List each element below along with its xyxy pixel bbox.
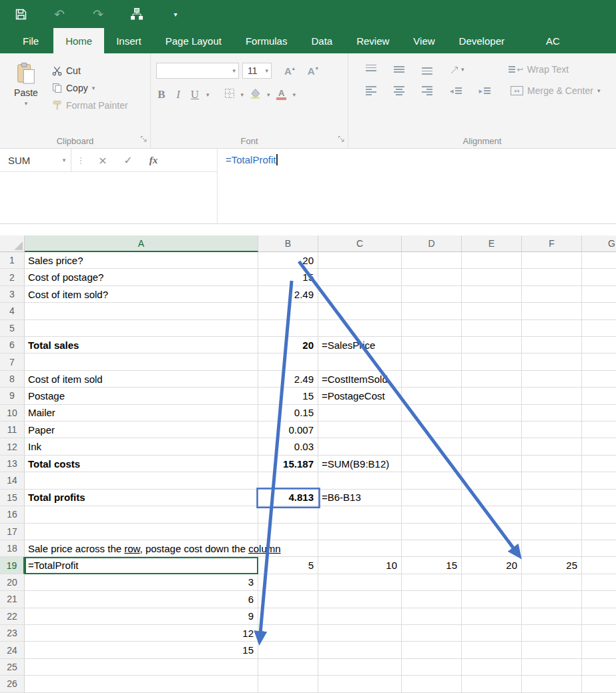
bold-button[interactable]: B — [156, 88, 167, 101]
cell-B20[interactable] — [258, 574, 318, 591]
cell-E7[interactable] — [462, 354, 522, 370]
tab-insert[interactable]: Insert — [104, 28, 153, 53]
row-header-11[interactable]: 11 — [0, 422, 25, 438]
cell-D4[interactable] — [402, 303, 462, 319]
cell-A18[interactable]: Sale price across the row, postage cost … — [25, 540, 258, 557]
cell-G2[interactable] — [582, 269, 616, 285]
row-header-13[interactable]: 13 — [0, 456, 25, 472]
font-color-button[interactable]: A — [276, 89, 287, 100]
cell-D19[interactable]: 15 — [402, 557, 462, 574]
grow-font-button[interactable]: A▴ — [284, 65, 295, 77]
cell-C18[interactable] — [318, 540, 402, 557]
cell-F6[interactable] — [522, 337, 582, 354]
cell-D6[interactable] — [402, 337, 462, 354]
cell-C26[interactable] — [318, 676, 402, 692]
cancel-button[interactable]: × — [90, 149, 115, 172]
cell-F16[interactable] — [522, 506, 582, 523]
column-header-B[interactable]: B — [258, 235, 318, 252]
cell-E21[interactable] — [462, 591, 522, 608]
cell-C7[interactable] — [318, 354, 402, 370]
cell-C23[interactable] — [318, 625, 402, 642]
cell-C11[interactable] — [318, 422, 402, 438]
cell-B23[interactable] — [258, 625, 318, 642]
row-header-16[interactable]: 16 — [0, 506, 25, 523]
cell-F15[interactable] — [522, 490, 582, 506]
cell-E5[interactable] — [462, 320, 522, 337]
shrink-font-button[interactable]: A▾ — [308, 65, 318, 77]
column-header-F[interactable]: F — [522, 235, 582, 252]
cell-C2[interactable] — [318, 269, 402, 285]
row-header-14[interactable]: 14 — [0, 472, 25, 489]
row-header-17[interactable]: 17 — [0, 524, 25, 540]
align-left-icon[interactable] — [366, 86, 376, 95]
column-header-E[interactable]: E — [462, 235, 522, 252]
cell-G15[interactable] — [582, 490, 616, 506]
paste-button[interactable]: Paste ▾ — [5, 57, 47, 111]
row-header-22[interactable]: 22 — [0, 608, 25, 625]
cell-C19[interactable]: 10 — [318, 557, 402, 574]
cell-A21[interactable]: 6 — [25, 591, 258, 608]
cut-button[interactable]: Cut — [52, 65, 128, 76]
cell-G3[interactable] — [582, 286, 616, 303]
cell-E2[interactable] — [462, 269, 522, 285]
cell-C9[interactable]: =PostageCost — [318, 388, 402, 404]
cell-G6[interactable] — [582, 337, 616, 354]
cell-D18[interactable] — [402, 540, 462, 557]
cell-B26[interactable] — [258, 676, 318, 692]
cell-C17[interactable] — [318, 524, 402, 540]
cell-E16[interactable] — [462, 506, 522, 523]
row-header-8[interactable]: 8 — [0, 371, 25, 388]
cell-G5[interactable] — [582, 320, 616, 337]
cell-A9[interactable]: Postage — [25, 388, 258, 404]
cell-F4[interactable] — [522, 303, 582, 319]
cell-A17[interactable] — [25, 524, 258, 540]
cell-F7[interactable] — [522, 354, 582, 370]
cell-A4[interactable] — [25, 303, 258, 319]
cell-F18[interactable] — [522, 540, 582, 557]
cell-G25[interactable] — [582, 659, 616, 676]
name-box[interactable]: SUM ▾ — [0, 149, 71, 172]
cell-G16[interactable] — [582, 506, 616, 523]
cell-B13[interactable]: 15.187 — [258, 456, 318, 472]
cell-E10[interactable] — [462, 405, 522, 422]
cell-G8[interactable] — [582, 371, 616, 388]
cell-B6[interactable]: 20 — [258, 337, 318, 354]
cell-A24[interactable]: 15 — [25, 642, 258, 658]
row-header-25[interactable]: 25 — [0, 659, 25, 676]
cell-G26[interactable] — [582, 676, 616, 692]
cell-G10[interactable] — [582, 405, 616, 422]
cell-C13[interactable]: =SUM(B9:B12) — [318, 456, 402, 472]
cell-G12[interactable] — [582, 438, 616, 455]
cell-B9[interactable]: 15 — [258, 388, 318, 404]
cell-D1[interactable] — [402, 252, 462, 269]
align-right-icon[interactable] — [422, 86, 432, 95]
cell-E6[interactable] — [462, 337, 522, 354]
cell-D3[interactable] — [402, 286, 462, 303]
font-dialog-launcher[interactable] — [338, 133, 345, 145]
cell-G23[interactable] — [582, 625, 616, 642]
workflow-icon[interactable] — [129, 7, 144, 21]
tab-page-layout[interactable]: Page Layout — [153, 28, 234, 53]
cell-D10[interactable] — [402, 405, 462, 422]
cell-B22[interactable] — [258, 608, 318, 625]
row-header-6[interactable]: 6 — [0, 337, 25, 354]
select-all-corner[interactable] — [0, 235, 25, 252]
cell-A16[interactable] — [25, 506, 258, 523]
cell-E9[interactable] — [462, 388, 522, 404]
cell-A3[interactable]: Cost of item sold? — [25, 286, 258, 303]
cell-D9[interactable] — [402, 388, 462, 404]
cell-A6[interactable]: Total sales — [25, 337, 258, 354]
cell-C8[interactable]: =CostItemSold — [318, 371, 402, 388]
cell-D7[interactable] — [402, 354, 462, 370]
cell-F10[interactable] — [522, 405, 582, 422]
cell-G7[interactable] — [582, 354, 616, 370]
row-header-1[interactable]: 1 — [0, 252, 25, 269]
tab-home[interactable]: Home — [53, 28, 104, 53]
cell-D20[interactable] — [402, 574, 462, 591]
format-painter-button[interactable]: Format Painter — [52, 100, 128, 111]
cell-B17[interactable] — [258, 524, 318, 540]
cell-A14[interactable] — [25, 472, 258, 489]
cell-E20[interactable] — [462, 574, 522, 591]
cell-D22[interactable] — [402, 608, 462, 625]
cell-C22[interactable] — [318, 608, 402, 625]
